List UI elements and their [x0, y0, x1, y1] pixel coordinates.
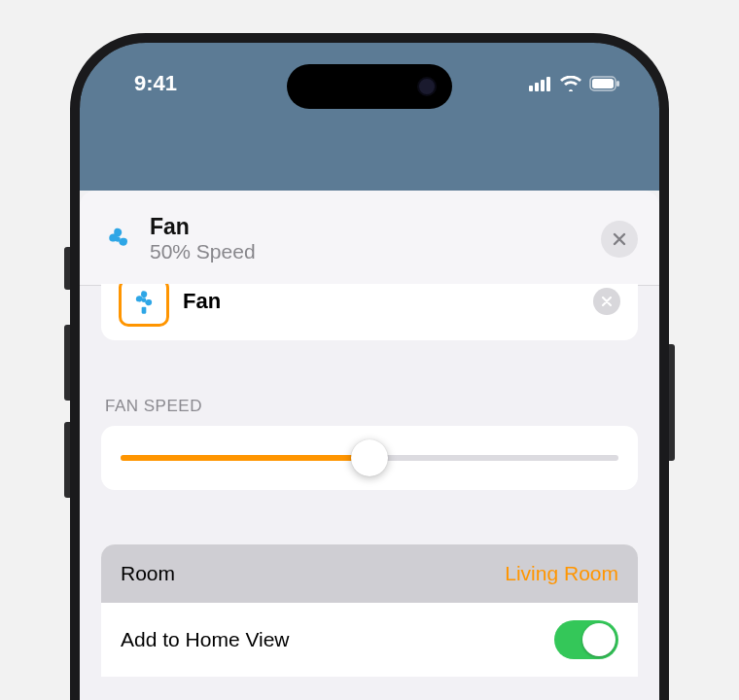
accessory-card-icon-frame [119, 284, 169, 327]
sheet-content: Fan FAN SPEED Room Living Room [80, 284, 659, 677]
fan-speed-label: FAN SPEED [101, 397, 638, 416]
close-icon [613, 232, 626, 246]
slider-thumb[interactable] [351, 439, 388, 476]
home-view-label: Add to Home View [121, 628, 290, 651]
slider-fill [121, 455, 370, 461]
sheet-title-block: Fan 50% Speed [150, 214, 585, 263]
svg-rect-0 [529, 86, 533, 91]
svg-rect-1 [535, 83, 539, 91]
home-view-row: Add to Home View [101, 603, 638, 677]
close-button[interactable] [601, 221, 638, 258]
home-view-toggle[interactable] [554, 620, 618, 659]
accessory-card-title: Fan [183, 289, 580, 314]
fan-speed-slider-card [101, 426, 638, 490]
room-row[interactable]: Room Living Room [101, 544, 638, 603]
accessory-card-close[interactable] [593, 288, 620, 315]
sheet-subtitle: 50% Speed [150, 240, 585, 263]
side-button-power [669, 344, 675, 461]
wifi-icon [560, 76, 581, 91]
svg-rect-2 [541, 80, 545, 91]
screen: 9:41 Fan 50% Speed [80, 43, 659, 700]
fan-speed-slider[interactable] [121, 455, 618, 461]
accessory-card[interactable]: Fan [101, 284, 638, 340]
svg-rect-5 [592, 79, 614, 88]
toggle-knob [582, 623, 616, 656]
fan-icon [101, 225, 134, 254]
fan-icon [130, 289, 158, 316]
dynamic-island [287, 64, 452, 109]
room-value: Living Room [505, 562, 618, 585]
iphone-frame: 9:41 Fan 50% Speed [80, 43, 659, 700]
settings-list: Room Living Room Add to Home View [101, 544, 638, 677]
cellular-icon [529, 76, 552, 91]
sheet-header: Fan 50% Speed [80, 191, 659, 286]
side-button-volume-down [64, 422, 70, 498]
svg-rect-9 [142, 307, 147, 314]
close-icon [602, 297, 612, 306]
room-label: Room [121, 562, 175, 585]
side-button-volume-up [64, 325, 70, 401]
status-time: 9:41 [134, 71, 177, 96]
accessory-sheet: Fan 50% Speed Fan FAN SPEED [80, 191, 659, 700]
side-button-silence [64, 247, 70, 290]
sheet-title: Fan [150, 214, 585, 240]
svg-rect-3 [546, 77, 550, 91]
svg-rect-6 [616, 81, 619, 87]
status-area: 9:41 [80, 43, 659, 191]
battery-icon [589, 76, 620, 91]
status-indicators [529, 76, 620, 91]
